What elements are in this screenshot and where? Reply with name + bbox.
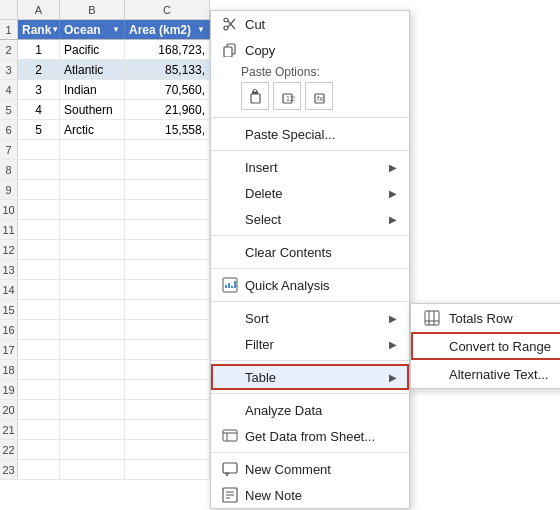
cell-rank-3[interactable]: 3	[18, 80, 60, 99]
row-num-5: 5	[0, 100, 18, 119]
separator-7	[211, 393, 409, 394]
paste-values-button[interactable]: 123	[273, 82, 301, 110]
menu-item-sort[interactable]: Sort ▶	[211, 305, 409, 331]
rank-dropdown-icon[interactable]: ▼	[51, 25, 59, 34]
menu-item-new-note[interactable]: New Note	[211, 482, 409, 508]
menu-item-paste-special[interactable]: Paste Special...	[211, 121, 409, 147]
cell-ocean-5[interactable]: Arctic	[60, 120, 125, 139]
svg-point-0	[224, 18, 228, 22]
empty-row: 9	[0, 180, 210, 200]
totals-row-label: Totals Row	[449, 311, 513, 326]
clear-contents-label: Clear Contents	[245, 245, 397, 260]
empty-row: 17	[0, 340, 210, 360]
col-header-a: A	[18, 0, 60, 19]
table-submenu: Totals Row Convert to Range Alternative …	[410, 303, 560, 389]
empty-row: 7	[0, 140, 210, 160]
menu-item-insert[interactable]: Insert ▶	[211, 154, 409, 180]
empty-row: 10	[0, 200, 210, 220]
cell-area-5[interactable]: 15,558,	[125, 120, 210, 139]
menu-item-delete[interactable]: Delete ▶	[211, 180, 409, 206]
quick-analysis-label: Quick Analysis	[245, 278, 397, 293]
menu-item-new-comment[interactable]: New Comment	[211, 456, 409, 482]
table-label: Table	[245, 370, 389, 385]
cut-label: Cut	[245, 17, 397, 32]
cell-ocean-1[interactable]: Pacific	[60, 40, 125, 59]
menu-item-table[interactable]: Table ▶	[211, 364, 409, 390]
menu-item-copy[interactable]: Copy	[211, 37, 409, 63]
menu-item-select[interactable]: Select ▶	[211, 206, 409, 232]
submenu-item-totals-row[interactable]: Totals Row	[411, 304, 560, 332]
menu-item-get-data[interactable]: Get Data from Sheet...	[211, 423, 409, 449]
cell-ocean-3[interactable]: Indian	[60, 80, 125, 99]
svg-rect-6	[251, 94, 260, 103]
comment-icon	[219, 461, 241, 477]
table-row[interactable]: 5 4 Southern 21,960,	[0, 100, 210, 120]
alt-text-label: Alternative Text...	[449, 367, 548, 382]
table-row[interactable]: 3 2 Atlantic 85,133,	[0, 60, 210, 80]
cell-rank-1[interactable]: 1	[18, 40, 60, 59]
note-icon	[219, 487, 241, 503]
separator-3	[211, 235, 409, 236]
svg-text:fx: fx	[317, 94, 323, 103]
delete-label: Delete	[245, 186, 389, 201]
paste-button[interactable]	[241, 82, 269, 110]
cell-area-1[interactable]: 168,723,	[125, 40, 210, 59]
svg-rect-5	[224, 47, 232, 57]
menu-item-cut[interactable]: Cut	[211, 11, 409, 37]
cell-area-3[interactable]: 70,560,	[125, 80, 210, 99]
separator-5	[211, 301, 409, 302]
header-rank[interactable]: Rank ▼	[18, 20, 60, 39]
paste-options-section: Paste Options: 123 fx	[211, 63, 409, 114]
cell-ocean-4[interactable]: Southern	[60, 100, 125, 119]
row-num-4: 4	[0, 80, 18, 99]
header-ocean[interactable]: Ocean ▼	[60, 20, 125, 39]
totals-row-icon	[421, 310, 443, 326]
empty-row: 21	[0, 420, 210, 440]
header-area[interactable]: Area (km2) ▼	[125, 20, 210, 39]
empty-row: 22	[0, 440, 210, 460]
corner-cell	[0, 0, 18, 19]
cell-area-2[interactable]: 85,133,	[125, 60, 210, 79]
delete-arrow-icon: ▶	[389, 188, 397, 199]
convert-to-range-label: Convert to Range	[449, 339, 551, 354]
table-body: 2 1 Pacific 168,723, 3 2 Atlantic 85,133…	[0, 40, 210, 140]
empty-row: 11	[0, 220, 210, 240]
submenu-item-convert-to-range[interactable]: Convert to Range	[411, 332, 560, 360]
menu-item-quick-analysis[interactable]: Quick Analysis	[211, 272, 409, 298]
spreadsheet: A B C 1 Rank ▼ Ocean ▼ Area (km2) ▼ 2 1 …	[0, 0, 210, 510]
empty-row: 14	[0, 280, 210, 300]
get-data-icon	[219, 428, 241, 444]
area-dropdown-icon[interactable]: ▼	[197, 25, 205, 34]
filter-arrow-icon: ▶	[389, 339, 397, 350]
table-row[interactable]: 2 1 Pacific 168,723,	[0, 40, 210, 60]
menu-item-clear-contents[interactable]: Clear Contents	[211, 239, 409, 265]
cell-rank-4[interactable]: 4	[18, 100, 60, 119]
svg-text:123: 123	[286, 95, 295, 102]
table-header-row: 1 Rank ▼ Ocean ▼ Area (km2) ▼	[0, 20, 210, 40]
cell-ocean-2[interactable]: Atlantic	[60, 60, 125, 79]
cell-area-4[interactable]: 21,960,	[125, 100, 210, 119]
sort-label: Sort	[245, 311, 389, 326]
row-num-header: 1	[0, 20, 18, 39]
svg-rect-21	[223, 463, 237, 473]
insert-arrow-icon: ▶	[389, 162, 397, 173]
empty-row: 12	[0, 240, 210, 260]
copy-label: Copy	[245, 43, 397, 58]
row-num-3: 3	[0, 60, 18, 79]
scissors-icon	[219, 17, 241, 31]
cell-rank-5[interactable]: 5	[18, 120, 60, 139]
ocean-dropdown-icon[interactable]: ▼	[112, 25, 120, 34]
cell-rank-2[interactable]: 2	[18, 60, 60, 79]
col-header-b: B	[60, 0, 125, 19]
get-data-label: Get Data from Sheet...	[245, 429, 397, 444]
svg-marker-22	[225, 473, 229, 476]
menu-item-filter[interactable]: Filter ▶	[211, 331, 409, 357]
table-row[interactable]: 4 3 Indian 70,560,	[0, 80, 210, 100]
empty-rows: 7 8 9 10 11 12 13 14 15 16 17 18 19 20 2…	[0, 140, 210, 480]
table-row[interactable]: 6 5 Arctic 15,558,	[0, 120, 210, 140]
paste-formula-button[interactable]: fx	[305, 82, 333, 110]
empty-row: 23	[0, 460, 210, 480]
submenu-item-alt-text[interactable]: Alternative Text...	[411, 360, 560, 388]
separator-1	[211, 117, 409, 118]
menu-item-analyze-data[interactable]: Analyze Data	[211, 397, 409, 423]
